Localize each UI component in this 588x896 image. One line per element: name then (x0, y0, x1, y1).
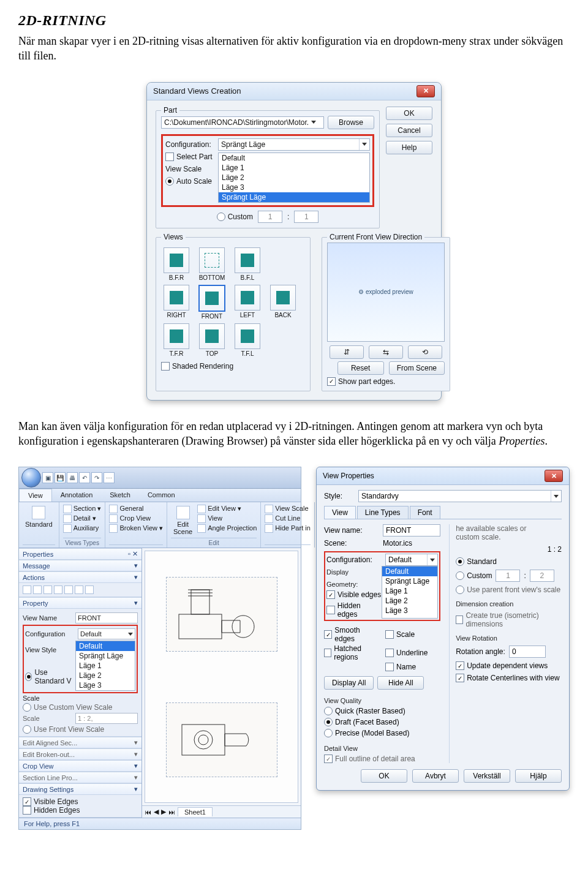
chevron-down-icon[interactable] (311, 121, 316, 124)
show-part-edges-checkbox[interactable]: ✓Show part edges. (327, 377, 445, 386)
angle-projection-button[interactable]: Angle Projection (197, 524, 257, 533)
browse-button[interactable]: Browse (328, 116, 374, 129)
qat-print-icon[interactable]: 🖶 (67, 472, 78, 483)
hidden-edges-checkbox[interactable]: Hidden edges (326, 601, 382, 619)
view-tfl[interactable]: T.F.L (232, 323, 263, 357)
quick-radio[interactable]: Quick (Raster Based) (324, 707, 440, 715)
view-name-input[interactable]: FRONT (383, 524, 440, 536)
standard-radio[interactable]: Standard (456, 557, 562, 566)
scale-a-input[interactable]: 1 (496, 570, 520, 582)
cancel-button[interactable]: Cancel (386, 124, 432, 137)
hatched-checkbox[interactable]: Hatched regions (324, 644, 379, 661)
config-listbox[interactable]: Default Sprängt Läge Läge 1 Läge 2 Läge … (75, 641, 135, 691)
general-button[interactable]: General (109, 505, 163, 513)
qat-redo-icon[interactable]: ↷ (91, 472, 102, 483)
close-icon[interactable]: ✕ (417, 85, 435, 97)
sheet-nav-next[interactable]: ▶ (161, 808, 166, 816)
config-combo[interactable]: Default (78, 628, 135, 639)
underline-checkbox[interactable]: Underline (385, 644, 440, 661)
avbryt-button[interactable]: Avbryt (412, 769, 459, 783)
section-button[interactable]: Section ▾ (63, 505, 102, 513)
nav-up-down-button[interactable]: ⇵ (330, 345, 364, 359)
drawing-canvas[interactable] (145, 551, 298, 803)
use-front-view-scale-radio[interactable]: Use Front View Scale (23, 725, 138, 734)
precise-radio[interactable]: Precise (Model Based) (324, 729, 440, 737)
app-menu-orb[interactable] (21, 468, 41, 488)
scale-a-input[interactable]: 1 (258, 211, 282, 223)
part-path-input[interactable]: C:\Dokument\IRONCAD\Stirlingmotor\Motor. (161, 116, 324, 129)
crop-view-button[interactable]: Crop View (109, 514, 163, 523)
broken-view-button[interactable]: Broken View ▾ (109, 524, 163, 533)
property-header[interactable]: Property▾ (19, 597, 141, 609)
standard-button[interactable]: Standard (23, 505, 55, 529)
ok-button[interactable]: OK (361, 769, 407, 783)
view-bottom[interactable]: BOTTOM (197, 247, 227, 281)
view-name-input[interactable]: FRONT (75, 612, 138, 623)
view-left[interactable]: LEFT (232, 285, 263, 320)
tab-sketch[interactable]: Sketch (101, 489, 139, 502)
view-button[interactable]: View (197, 514, 257, 523)
help-button[interactable]: Help (386, 141, 432, 154)
custom-radio[interactable]: Custom (456, 571, 492, 580)
tab-view[interactable]: View (324, 506, 356, 519)
from-scene-button[interactable]: From Scene (389, 361, 445, 375)
cut-line-button[interactable]: Cut Line (265, 514, 310, 523)
update-dependent-checkbox[interactable]: ✓Update dependent views (456, 661, 562, 670)
smooth-edges-checkbox[interactable]: ✓Smooth edges (324, 626, 379, 643)
view-top[interactable]: TOP (197, 323, 227, 357)
edit-view-button[interactable]: Edit View ▾ (197, 505, 257, 513)
ok-button[interactable]: OK (386, 107, 432, 120)
sheet-nav-first[interactable]: ⏮ (145, 808, 151, 816)
view-bfr[interactable]: B.F.R (161, 247, 192, 281)
crop-view-section[interactable]: Crop View▾ (19, 760, 141, 772)
close-icon[interactable]: ✕ (545, 470, 563, 482)
drawing-settings[interactable]: Drawing Settings▾ (19, 783, 141, 795)
reset-button[interactable]: Reset (337, 361, 384, 375)
configuration-listbox[interactable]: Default Sprängt Läge Läge 1 Läge 2 Läge … (382, 566, 438, 619)
configuration-listbox[interactable]: Default Läge 1 Läge 2 Läge 3 Sprängt Läg… (218, 152, 370, 203)
tab-line-types[interactable]: Line Types (357, 506, 409, 519)
hide-all-button[interactable]: Hide All (377, 676, 424, 690)
section-line-pro[interactable]: Section Line Pro...▾ (19, 772, 141, 783)
qat-more-icon[interactable]: ⋯ (104, 472, 115, 483)
chevron-down-icon[interactable] (359, 139, 369, 150)
view-right[interactable]: RIGHT (161, 285, 192, 320)
edit-aligned-sec[interactable]: Edit Aligned Sec...▾ (19, 737, 141, 748)
view-bfl[interactable]: B.F.L (232, 247, 263, 281)
use-custom-scale-radio[interactable]: Use Custom View Scale (23, 703, 138, 712)
hide-part-button[interactable]: Hide Part in (265, 524, 310, 533)
qat-undo-icon[interactable]: ↶ (79, 472, 90, 483)
edit-broken-out[interactable]: Edit Broken-out...▾ (19, 748, 141, 760)
display-all-button[interactable]: Display All (324, 676, 374, 690)
actions-header[interactable]: Actions▾ (19, 571, 141, 583)
scale-checkbox[interactable]: Scale (385, 626, 440, 643)
front-view-drawing[interactable] (166, 577, 277, 652)
select-part-checkbox[interactable]: Select Part (165, 152, 214, 161)
configuration-combo[interactable]: Sprängt Läge (218, 138, 370, 151)
message-header[interactable]: Message▾ (19, 560, 141, 571)
draft-radio[interactable]: Draft (Facet Based) (324, 718, 440, 726)
view-back[interactable]: BACK (268, 285, 298, 320)
scale-b-input[interactable]: 1 (294, 211, 318, 223)
view-front[interactable]: FRONT (197, 285, 227, 320)
sheet-tab-1[interactable]: Sheet1 (178, 807, 213, 816)
rotation-angle-input[interactable]: 0 (509, 646, 546, 658)
qat-open-icon[interactable]: ▣ (42, 472, 53, 483)
top-view-drawing[interactable] (166, 702, 277, 777)
sheet-nav-prev[interactable]: ◀ (154, 808, 159, 816)
tab-font[interactable]: Font (410, 506, 440, 519)
configuration-combo[interactable]: Default (385, 554, 438, 566)
auxiliary-button[interactable]: Auxiliary (63, 524, 102, 533)
properties-header[interactable]: Properties▫ ✕ (19, 548, 141, 560)
name-checkbox[interactable]: Name (385, 663, 440, 671)
hjalp-button[interactable]: Hjälp (515, 769, 562, 783)
tab-view[interactable]: View (19, 489, 52, 502)
custom-scale-radio[interactable]: Custom (217, 213, 253, 221)
verkstall-button[interactable]: Verkställ (464, 769, 510, 783)
rotate-centerlines-checkbox[interactable]: ✓Rotate Centerlines with view (456, 674, 562, 682)
tab-annotation[interactable]: Annotation (52, 489, 102, 502)
edit-scene-button[interactable]: Edit Scene (171, 505, 195, 536)
use-standard-radio[interactable]: Use Standard V (25, 668, 75, 685)
style-combo[interactable]: Standardvy (358, 490, 562, 502)
view-scale-button[interactable]: View Scale (265, 505, 310, 513)
